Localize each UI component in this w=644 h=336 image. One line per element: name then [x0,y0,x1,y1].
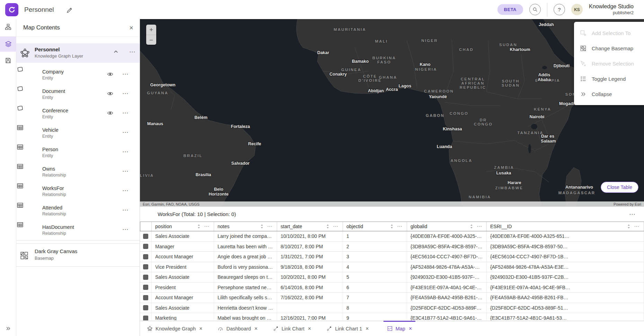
column-header-position[interactable]: position⋯ [152,222,214,231]
map-view[interactable]: MAURITANIAMALINIGERCHADSUDANBURKINAFASOG… [140,19,644,207]
layer-item-vehicle[interactable]: VehicleEntity⋯ [16,124,140,143]
visibility-toggle[interactable] [107,71,113,77]
sort-icon[interactable] [470,224,473,229]
layer-item-hasdocument[interactable]: HasDocumentRelationship⋯ [16,221,140,240]
column-header-objectid[interactable]: objectid⋯ [343,222,407,231]
column-header-start_date[interactable]: start_date⋯ [277,222,343,231]
tab-link-chart[interactable]: Link Chart× [270,321,315,336]
close-tab-icon[interactable]: × [254,326,257,332]
close-tab-icon[interactable]: × [409,326,412,332]
table-options-button[interactable]: ⋯ [629,210,636,218]
basemap-canvas[interactable]: MAURITANIAMALINIGERCHADSUDANBURKINAFASOG… [140,19,644,207]
table-row[interactable]: ManagerLauretta has been with the comp…8… [140,242,644,252]
table-row[interactable]: Vice PresidentBuford is very passionate … [140,262,644,273]
layer-options-button[interactable]: ⋯ [122,226,129,233]
column-options-button[interactable]: ⋯ [634,223,639,230]
layer-type: Relationship [42,192,66,197]
menu-item-toggle-legend[interactable]: Toggle Legend [574,71,644,86]
column-header-globalid[interactable]: globalid⋯ [407,222,487,231]
zoom-in-button[interactable]: + [146,25,156,35]
close-tab-icon[interactable]: × [199,326,202,332]
expand-panel-button[interactable] [0,321,16,335]
row-checkbox[interactable] [143,295,148,300]
rail-item-data-model[interactable] [0,19,16,34]
cell-text: Angie does a great job bringing i… [218,254,273,259]
layer-item-company[interactable]: CompanyEntity⋯ [16,66,140,85]
layer-item-attended[interactable]: AttendedRelationship⋯ [16,201,140,221]
row-checkbox[interactable] [143,264,148,269]
table-row[interactable]: Sales AssociateBeauregard sleeps on the … [140,272,644,283]
column-header-ESRI__ID[interactable]: ESRI__ID⋯ [487,222,644,231]
rail-item-save[interactable] [0,53,16,68]
layer-item-worksfor[interactable]: WorksForRelationship⋯ [16,182,140,201]
layer-options-button[interactable]: ⋯ [122,109,129,117]
layer-options-button[interactable]: ⋯ [122,70,129,78]
sort-icon[interactable] [260,224,264,229]
avatar[interactable]: KS [571,4,583,15]
layer-item-person[interactable]: PersonEntity⋯ [16,143,140,163]
column-header-notes[interactable]: notes⋯ [214,222,277,231]
table-row[interactable]: MarketingMabel was brought on with the e… [140,313,644,320]
rail-item-map-contents[interactable] [0,36,16,52]
tab-map[interactable]: Map× [383,321,416,336]
cell-text: {9249032D-E300-41B5-937F-C2B… [490,274,568,280]
edit-title-button[interactable] [66,6,73,14]
layer-options-button[interactable]: ⋯ [122,167,129,175]
sort-icon[interactable] [627,224,630,229]
row-checkbox[interactable] [143,234,148,239]
row-checkbox[interactable] [143,254,148,259]
sort-icon[interactable] [326,224,329,229]
column-options-button[interactable]: ⋯ [477,223,482,230]
search-button[interactable] [529,4,541,15]
column-options-button[interactable]: ⋯ [204,223,210,230]
app-logo[interactable] [5,3,18,16]
tab-link-chart-1[interactable]: Link Chart 1× [323,321,372,336]
cell-notes: Larry joined the company to impr… [214,231,277,241]
layer-item-conference[interactable]: ConferenceEntity⋯ [16,104,140,124]
menu-item-change-basemap[interactable]: Change Basemap [574,41,644,56]
close-table-button[interactable]: Close Table [601,182,638,193]
close-panel-button[interactable]: × [129,24,133,32]
visibility-toggle[interactable] [107,91,113,97]
layer-options-button[interactable]: ⋯ [122,90,129,97]
close-tab-icon[interactable]: × [365,326,369,332]
visibility-toggle[interactable] [107,110,113,116]
row-checkbox[interactable] [143,305,148,310]
table-row[interactable]: Account ManagerLilith specifically sells… [140,293,644,303]
cell-objectid: 1 [343,231,407,241]
sort-icon[interactable] [197,224,201,229]
layer-options-button[interactable]: ⋯ [122,206,129,214]
table-row[interactable]: Sales AssociateLarry joined the company … [140,231,644,242]
table-row[interactable]: Sales AssociateHenrietta doesn't know wh… [140,303,644,313]
layer-item-owns[interactable]: OwnsRelationship⋯ [16,163,140,182]
row-checkbox[interactable] [143,244,148,249]
close-tab-icon[interactable]: × [308,326,311,332]
basemap-item[interactable]: Dark Gray Canvas Basemap [16,243,140,267]
row-checkbox[interactable] [143,285,148,290]
zoom-out-button[interactable]: − [146,35,156,45]
column-options-button[interactable]: ⋯ [333,223,338,230]
layer-options-button[interactable]: ⋯ [122,129,129,136]
tab-knowledge-graph[interactable]: Knowledge Graph× [143,321,206,336]
column-header-label: position [155,224,194,229]
menu-item-label: Remove Selection [592,61,634,67]
group-options-button[interactable]: ⋯ [129,48,135,55]
layer-group-personnel[interactable]: Personnel Knowledge Graph Layer ⋯ [16,43,140,63]
menu-item-collapse[interactable]: Collapse [574,86,644,102]
column-options-button[interactable]: ⋯ [397,223,403,230]
table-row[interactable]: PresidentPersephone started new metal o…… [140,283,644,293]
country-label: CONGO [474,122,493,126]
table-row[interactable]: Account ManagerAngie does a great job br… [140,252,644,262]
help-button[interactable]: ? [554,4,565,15]
layer-item-document[interactable]: DocumentEntity⋯ [16,85,140,104]
tab-dashboard[interactable]: Dashboard× [214,321,261,336]
row-checkbox[interactable] [143,275,148,280]
row-checkbox[interactable] [143,316,148,320]
sort-icon[interactable] [390,224,394,229]
layer-options-button[interactable]: ⋯ [122,148,129,155]
layer-type: Relationship [42,173,66,178]
layer-options-button[interactable]: ⋯ [122,187,129,194]
collapse-group-button[interactable] [113,49,118,54]
column-options-button[interactable]: ⋯ [267,223,273,230]
cell-position: Sales Associate [152,231,214,241]
